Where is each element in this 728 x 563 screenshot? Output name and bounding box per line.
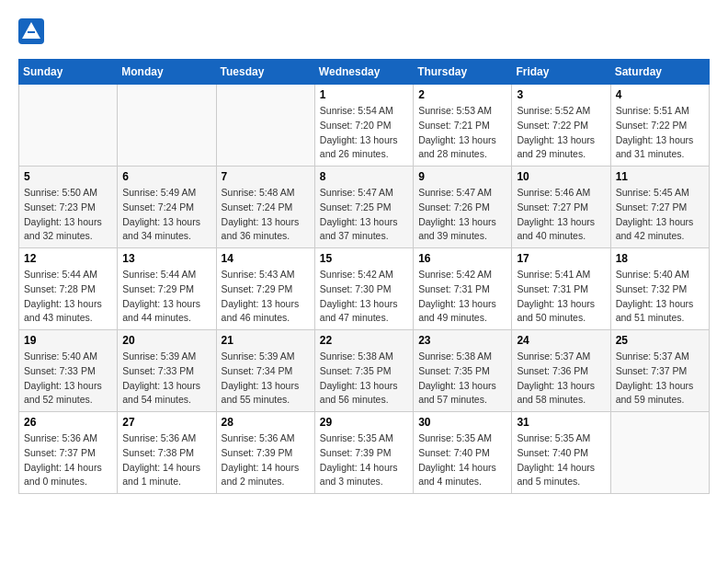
day-info: Sunrise: 5:46 AMSunset: 7:27 PMDaylight:… [517,186,605,244]
day-info: Sunrise: 5:35 AMSunset: 7:39 PMDaylight:… [320,431,408,489]
week-row-4: 19Sunrise: 5:40 AMSunset: 7:33 PMDayligh… [19,330,710,412]
day-info: Sunrise: 5:42 AMSunset: 7:31 PMDaylight:… [418,268,506,326]
day-number: 21 [222,334,310,347]
weekday-header-row: SundayMondayTuesdayWednesdayThursdayFrid… [19,60,710,85]
calendar-cell: 1Sunrise: 5:54 AMSunset: 7:20 PMDaylight… [314,85,413,167]
calendar-cell: 10Sunrise: 5:46 AMSunset: 7:27 PMDayligh… [512,167,610,248]
calendar-cell [19,85,118,167]
week-row-5: 26Sunrise: 5:36 AMSunset: 7:37 PMDayligh… [19,412,710,494]
weekday-header-saturday: Saturday [610,60,709,85]
day-number: 10 [517,170,605,183]
calendar-cell: 20Sunrise: 5:39 AMSunset: 7:33 PMDayligh… [118,330,216,412]
calendar-cell: 19Sunrise: 5:40 AMSunset: 7:33 PMDayligh… [19,330,118,412]
calendar-cell: 9Sunrise: 5:47 AMSunset: 7:26 PMDaylight… [414,167,512,248]
day-number: 2 [418,88,506,101]
day-info: Sunrise: 5:35 AMSunset: 7:40 PMDaylight:… [418,431,506,489]
day-info: Sunrise: 5:40 AMSunset: 7:33 PMDaylight:… [24,350,112,408]
day-info: Sunrise: 5:48 AMSunset: 7:24 PMDaylight:… [222,186,310,244]
calendar-cell: 26Sunrise: 5:36 AMSunset: 7:37 PMDayligh… [19,412,118,494]
day-number: 12 [24,252,112,265]
calendar-cell: 2Sunrise: 5:53 AMSunset: 7:21 PMDaylight… [414,85,512,167]
calendar-cell: 17Sunrise: 5:41 AMSunset: 7:31 PMDayligh… [512,248,610,330]
day-number: 14 [222,252,310,265]
calendar-cell: 13Sunrise: 5:44 AMSunset: 7:29 PMDayligh… [118,248,216,330]
day-info: Sunrise: 5:37 AMSunset: 7:36 PMDaylight:… [517,350,605,408]
day-number: 6 [122,170,210,183]
day-info: Sunrise: 5:38 AMSunset: 7:35 PMDaylight:… [418,350,506,408]
day-number: 5 [24,170,112,183]
day-number: 27 [122,416,210,429]
day-info: Sunrise: 5:47 AMSunset: 7:26 PMDaylight:… [418,186,506,244]
day-number: 3 [517,88,605,101]
day-number: 15 [320,252,408,265]
day-number: 23 [418,334,506,347]
weekday-header-wednesday: Wednesday [314,60,413,85]
day-info: Sunrise: 5:40 AMSunset: 7:32 PMDaylight:… [616,268,704,326]
day-info: Sunrise: 5:53 AMSunset: 7:21 PMDaylight:… [418,104,506,162]
logo-icon [18,18,44,44]
calendar-cell [118,85,216,167]
day-info: Sunrise: 5:39 AMSunset: 7:34 PMDaylight:… [222,350,310,408]
day-info: Sunrise: 5:44 AMSunset: 7:28 PMDaylight:… [24,268,112,326]
weekday-header-thursday: Thursday [414,60,512,85]
calendar-cell: 22Sunrise: 5:38 AMSunset: 7:35 PMDayligh… [314,330,413,412]
calendar-cell: 6Sunrise: 5:49 AMSunset: 7:24 PMDaylight… [118,167,216,248]
calendar-cell: 12Sunrise: 5:44 AMSunset: 7:28 PMDayligh… [19,248,118,330]
day-info: Sunrise: 5:42 AMSunset: 7:30 PMDaylight:… [320,268,408,326]
day-number: 24 [517,334,605,347]
day-info: Sunrise: 5:51 AMSunset: 7:22 PMDaylight:… [616,104,704,162]
calendar-cell: 30Sunrise: 5:35 AMSunset: 7:40 PMDayligh… [414,412,512,494]
day-number: 31 [517,416,605,429]
calendar-cell: 25Sunrise: 5:37 AMSunset: 7:37 PMDayligh… [610,330,709,412]
day-number: 8 [320,170,408,183]
calendar-cell: 28Sunrise: 5:36 AMSunset: 7:39 PMDayligh… [216,412,314,494]
day-info: Sunrise: 5:44 AMSunset: 7:29 PMDaylight:… [122,268,210,326]
calendar-cell: 29Sunrise: 5:35 AMSunset: 7:39 PMDayligh… [314,412,413,494]
calendar-cell: 8Sunrise: 5:47 AMSunset: 7:25 PMDaylight… [314,167,413,248]
day-number: 29 [320,416,408,429]
day-info: Sunrise: 5:36 AMSunset: 7:37 PMDaylight:… [24,431,112,489]
calendar-cell: 5Sunrise: 5:50 AMSunset: 7:23 PMDaylight… [19,167,118,248]
day-info: Sunrise: 5:49 AMSunset: 7:24 PMDaylight:… [122,186,210,244]
day-info: Sunrise: 5:52 AMSunset: 7:22 PMDaylight:… [517,104,605,162]
logo [18,18,48,44]
day-number: 7 [222,170,310,183]
calendar-cell: 31Sunrise: 5:35 AMSunset: 7:40 PMDayligh… [512,412,610,494]
day-info: Sunrise: 5:47 AMSunset: 7:25 PMDaylight:… [320,186,408,244]
calendar-cell: 23Sunrise: 5:38 AMSunset: 7:35 PMDayligh… [414,330,512,412]
day-info: Sunrise: 5:54 AMSunset: 7:20 PMDaylight:… [320,104,408,162]
day-number: 13 [122,252,210,265]
day-info: Sunrise: 5:45 AMSunset: 7:27 PMDaylight:… [616,186,704,244]
day-number: 22 [320,334,408,347]
day-info: Sunrise: 5:36 AMSunset: 7:38 PMDaylight:… [122,431,210,489]
day-number: 20 [122,334,210,347]
calendar-cell [610,412,709,494]
calendar-cell: 27Sunrise: 5:36 AMSunset: 7:38 PMDayligh… [118,412,216,494]
weekday-header-sunday: Sunday [19,60,118,85]
day-info: Sunrise: 5:50 AMSunset: 7:23 PMDaylight:… [24,186,112,244]
day-info: Sunrise: 5:37 AMSunset: 7:37 PMDaylight:… [616,350,704,408]
day-number: 30 [418,416,506,429]
calendar-cell: 7Sunrise: 5:48 AMSunset: 7:24 PMDaylight… [216,167,314,248]
day-info: Sunrise: 5:39 AMSunset: 7:33 PMDaylight:… [122,350,210,408]
day-number: 16 [418,252,506,265]
calendar-cell: 4Sunrise: 5:51 AMSunset: 7:22 PMDaylight… [610,85,709,167]
svg-rect-2 [28,31,35,33]
week-row-3: 12Sunrise: 5:44 AMSunset: 7:28 PMDayligh… [19,248,710,330]
day-info: Sunrise: 5:43 AMSunset: 7:29 PMDaylight:… [222,268,310,326]
calendar-cell: 14Sunrise: 5:43 AMSunset: 7:29 PMDayligh… [216,248,314,330]
calendar-cell: 16Sunrise: 5:42 AMSunset: 7:31 PMDayligh… [414,248,512,330]
day-info: Sunrise: 5:35 AMSunset: 7:40 PMDaylight:… [517,431,605,489]
day-number: 18 [616,252,704,265]
weekday-header-friday: Friday [512,60,610,85]
day-number: 11 [616,170,704,183]
weekday-header-monday: Monday [118,60,216,85]
calendar-cell: 3Sunrise: 5:52 AMSunset: 7:22 PMDaylight… [512,85,610,167]
day-number: 25 [616,334,704,347]
week-row-1: 1Sunrise: 5:54 AMSunset: 7:20 PMDaylight… [19,85,710,167]
calendar-table: SundayMondayTuesdayWednesdayThursdayFrid… [18,59,710,494]
calendar-cell: 15Sunrise: 5:42 AMSunset: 7:30 PMDayligh… [314,248,413,330]
day-number: 1 [320,88,408,101]
day-info: Sunrise: 5:41 AMSunset: 7:31 PMDaylight:… [517,268,605,326]
week-row-2: 5Sunrise: 5:50 AMSunset: 7:23 PMDaylight… [19,167,710,248]
